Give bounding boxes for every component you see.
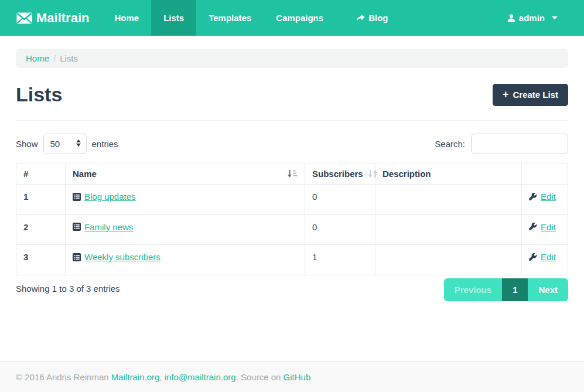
- col-header-actions: [522, 163, 568, 185]
- description-cell: [375, 185, 522, 215]
- top-navbar: Mailtrain Home Lists Templates Campaigns…: [0, 0, 584, 36]
- email-link[interactable]: info@mailtrain.org: [165, 372, 236, 382]
- table-row: 3: [16, 245, 568, 275]
- row-number: 2: [16, 214, 66, 245]
- search-label: Search:: [435, 139, 465, 149]
- envelope-icon: [16, 12, 32, 24]
- row-number: 1: [16, 185, 66, 215]
- edit-link[interactable]: Edit: [541, 252, 556, 262]
- select-arrows-icon: [76, 139, 81, 146]
- edit-link[interactable]: Edit: [541, 192, 556, 202]
- col-header-subscribers[interactable]: Subscribers: [305, 163, 375, 185]
- col-header-num[interactable]: #: [16, 163, 66, 185]
- mailtrain-org-link[interactable]: Mailtrain.org: [111, 372, 160, 382]
- list-name-link[interactable]: Family news: [73, 222, 133, 232]
- breadcrumb: Home/Lists: [16, 49, 568, 68]
- pagination-next-button[interactable]: Next: [528, 278, 568, 301]
- description-cell: [375, 245, 522, 275]
- nav-item-home[interactable]: Home: [102, 0, 151, 36]
- entries-label: entries: [92, 139, 118, 149]
- list-alt-icon: [73, 223, 81, 231]
- username: admin: [519, 13, 545, 23]
- wrench-icon: [529, 193, 537, 201]
- breadcrumb-current: Lists: [60, 53, 78, 63]
- subscriber-count: 0: [305, 214, 375, 245]
- sort-asc-icon: [287, 169, 298, 178]
- pagination-page-1-button[interactable]: 1: [502, 278, 528, 301]
- page-size-select[interactable]: 50: [43, 134, 87, 154]
- col-header-description[interactable]: Description: [375, 163, 522, 185]
- brand-name: Mailtrain: [36, 11, 89, 26]
- entries-summary: Showing 1 to 3 of 3 entries: [16, 278, 120, 294]
- nav-item-lists[interactable]: Lists: [151, 0, 196, 36]
- user-icon: [507, 14, 515, 22]
- col-header-name[interactable]: Name: [66, 163, 305, 185]
- list-alt-icon: [73, 253, 81, 261]
- nav-item-blog[interactable]: Blog: [344, 0, 400, 36]
- table-row: 1: [16, 185, 568, 215]
- brand-logo[interactable]: Mailtrain: [0, 0, 102, 36]
- row-number: 3: [16, 245, 66, 275]
- list-name-link[interactable]: Blog updates: [73, 192, 136, 202]
- copyright-text: © 2016 Andris Reinman: [16, 372, 109, 382]
- pagination-previous-button[interactable]: Previous: [444, 278, 502, 301]
- subscriber-count: 0: [305, 185, 375, 215]
- page-footer: © 2016 Andris Reinman Mailtrain.org, inf…: [0, 361, 584, 392]
- divider: [16, 120, 568, 121]
- share-icon: [356, 14, 365, 22]
- list-name-link[interactable]: Weekly subscribers: [73, 252, 160, 262]
- description-cell: [375, 214, 522, 245]
- lists-table: # Name: [16, 163, 568, 275]
- list-alt-icon: [73, 193, 81, 201]
- search-input[interactable]: [471, 134, 568, 154]
- edit-link[interactable]: Edit: [541, 222, 556, 232]
- github-link[interactable]: GitHub: [284, 372, 311, 382]
- page-title: Lists: [16, 83, 62, 106]
- caret-down-icon: [552, 16, 558, 19]
- breadcrumb-separator: /: [53, 53, 56, 63]
- pagination: Previous 1 Next: [444, 278, 568, 301]
- plus-icon: +: [503, 89, 509, 100]
- breadcrumb-home-link[interactable]: Home: [26, 53, 49, 63]
- wrench-icon: [529, 223, 537, 231]
- create-list-button[interactable]: + Create List: [493, 84, 568, 106]
- wrench-icon: [529, 253, 537, 261]
- show-label: Show: [16, 139, 38, 149]
- nav-item-campaigns[interactable]: Campaigns: [264, 0, 336, 36]
- user-menu[interactable]: admin: [495, 0, 570, 36]
- subscriber-count: 1: [305, 245, 375, 275]
- main-nav: Home Lists Templates Campaigns Blog: [102, 0, 400, 36]
- sort-both-icon: [368, 169, 378, 178]
- table-row: 2: [16, 214, 568, 245]
- nav-item-templates[interactable]: Templates: [196, 0, 264, 36]
